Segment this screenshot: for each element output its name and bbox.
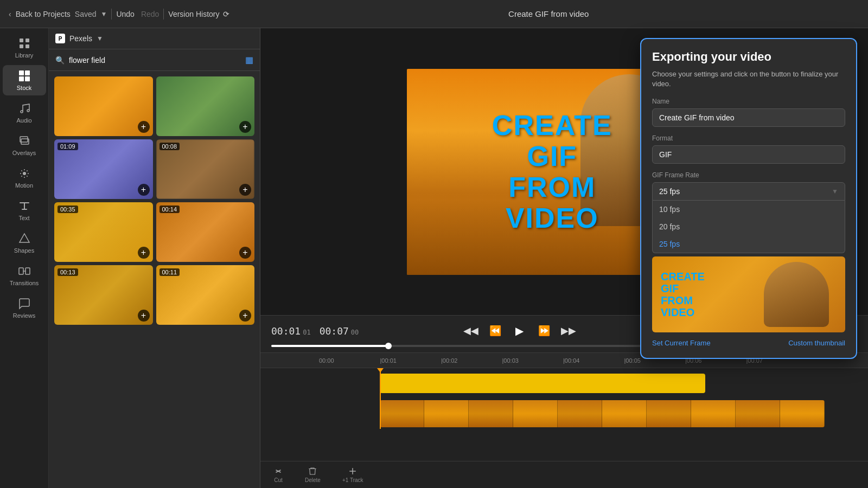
thumb-add-btn-3[interactable]: +	[138, 184, 150, 196]
sidebar-item-audio[interactable]: Audio	[3, 98, 46, 128]
custom-thumbnail-button[interactable]: Custom thumbnail	[788, 339, 845, 347]
ruler-mark-0: 00:00	[319, 357, 380, 364]
rewind-button[interactable]: ⏪	[487, 323, 503, 339]
sidebar-item-motion[interactable]: Motion	[3, 163, 46, 193]
media-thumb-5[interactable]: 00:35 +	[54, 202, 153, 262]
library-icon	[18, 37, 31, 50]
search-input[interactable]	[69, 56, 241, 65]
sidebar-item-library[interactable]: Library	[3, 33, 46, 63]
ruler-mark-3: |00:03	[502, 357, 564, 364]
export-format-input[interactable]	[652, 145, 845, 164]
svg-rect-7	[25, 76, 30, 81]
media-thumb-7[interactable]: 00:13 +	[54, 265, 153, 325]
delete-tool-button[interactable]: Delete	[301, 464, 325, 485]
skip-end-button[interactable]: ▶▶	[559, 323, 578, 339]
back-to-projects-button[interactable]: Back to Projects	[16, 10, 71, 18]
media-thumb-1[interactable]: +	[54, 76, 153, 136]
sidebar: Library Stock Audio Overlays Motion Text	[0, 28, 49, 488]
delete-tool-label: Delete	[305, 477, 321, 483]
fast-forward-button[interactable]: ⏩	[536, 323, 552, 339]
filter-icon[interactable]: ▦	[245, 55, 253, 65]
media-thumb-3[interactable]: 01:09 +	[54, 139, 153, 199]
cut-icon	[273, 466, 283, 476]
media-thumb-4[interactable]: 00:08 +	[156, 139, 255, 199]
sidebar-item-stock[interactable]: Stock	[3, 65, 46, 95]
svg-rect-6	[19, 76, 24, 81]
fps-options-list: 10 fps 20 fps 25 fps	[652, 201, 845, 253]
thumb-text-4: VIDEO	[661, 306, 705, 318]
svg-point-10	[23, 172, 26, 175]
sidebar-label-overlays: Overlays	[12, 150, 36, 156]
svg-rect-2	[20, 44, 23, 48]
skip-start-button[interactable]: ◀◀	[461, 323, 481, 339]
fps-selected-display[interactable]: 25 fps ▼	[652, 182, 845, 201]
thumb-text-3: FROM	[661, 294, 705, 306]
thumb-add-btn-2[interactable]: +	[239, 121, 251, 133]
fps-dropdown-chevron: ▼	[832, 188, 838, 195]
track-content-video	[315, 399, 868, 429]
add-track-tool-label: +1 Track	[342, 477, 363, 483]
delete-icon	[308, 466, 317, 476]
export-panel: Exporting your video Choose your setting…	[640, 38, 857, 359]
media-thumb-2[interactable]: +	[156, 76, 255, 136]
fps-option-10[interactable]: 10 fps	[653, 201, 845, 218]
thumb-duration-5: 00:35	[58, 206, 78, 213]
film-strip[interactable]	[380, 400, 825, 427]
sidebar-label-transitions: Transitions	[10, 280, 39, 286]
transitions-icon	[18, 265, 31, 278]
saved-dropdown-icon[interactable]: ▼	[101, 10, 107, 18]
sidebar-item-overlays[interactable]: Overlays	[3, 130, 46, 160]
thumbnail-bg: CREATE GIF FROM VIDEO	[652, 256, 845, 332]
sidebar-label-stock: Stock	[17, 85, 32, 91]
film-frame-4	[513, 400, 558, 427]
undo-button[interactable]: Undo	[116, 10, 134, 18]
thumb-add-btn-7[interactable]: +	[138, 310, 150, 322]
media-thumb-8[interactable]: 00:11 +	[156, 265, 255, 325]
film-frame-6	[602, 400, 647, 427]
thumb-add-btn-5[interactable]: +	[138, 247, 150, 259]
thumb-add-btn-4[interactable]: +	[239, 184, 251, 196]
thumbnail-text-overlay: CREATE GIF FROM VIDEO	[661, 271, 705, 318]
film-frame-5	[558, 400, 602, 427]
redo-button[interactable]: Redo	[141, 10, 159, 18]
cut-tool-label: Cut	[274, 477, 283, 483]
thumb-add-btn-1[interactable]: +	[138, 121, 150, 133]
add-track-tool-button[interactable]: +1 Track	[338, 464, 368, 485]
version-history-label: Version History	[168, 10, 219, 18]
sidebar-item-shapes[interactable]: Shapes	[3, 228, 46, 258]
svg-rect-1	[25, 38, 29, 42]
film-frame-3	[469, 400, 513, 427]
timeline-area: 00:00 |00:01 |00:02 |00:03 |00:04 |00:05…	[260, 352, 868, 461]
sidebar-item-text[interactable]: Text	[3, 195, 46, 226]
thumb-add-btn-8[interactable]: +	[239, 310, 251, 322]
sidebar-item-transitions[interactable]: Transitions	[3, 260, 46, 291]
sidebar-label-shapes: Shapes	[14, 247, 34, 254]
overlays-icon	[18, 134, 31, 147]
timeline-playhead[interactable]	[380, 368, 381, 429]
film-frame-2	[424, 400, 469, 427]
set-current-frame-button[interactable]: Set Current Frame	[652, 339, 711, 347]
search-bar: 🔍 ▦	[49, 49, 260, 71]
version-history-button[interactable]: Version History ⟳	[168, 10, 229, 18]
play-button[interactable]: ▶	[510, 321, 529, 341]
thumb-duration-6: 00:14	[159, 206, 180, 213]
timeline-playhead-top	[377, 368, 384, 373]
total-time-display: 00:07 00	[320, 325, 359, 337]
top-bar: ‹ Back to Projects Saved ▼ Undo Redo Ver…	[0, 0, 868, 28]
cut-tool-button[interactable]: Cut	[269, 464, 288, 485]
export-name-input[interactable]	[652, 108, 845, 127]
svg-rect-4	[19, 70, 24, 75]
film-frame-7	[647, 400, 691, 427]
motion-icon	[18, 167, 31, 180]
media-grid: + + 01:09 + 00:08 + 00:35	[49, 71, 260, 330]
thumb-add-btn-6[interactable]: +	[239, 247, 251, 259]
fps-option-25[interactable]: 25 fps	[653, 235, 845, 253]
stock-dropdown-icon[interactable]: ▼	[97, 35, 103, 42]
yellow-title-bar[interactable]	[380, 374, 705, 393]
fps-option-20[interactable]: 20 fps	[653, 218, 845, 235]
sidebar-label-motion: Motion	[15, 182, 33, 189]
total-frame: 00	[351, 329, 359, 336]
media-thumb-6[interactable]: 00:14 +	[156, 202, 255, 262]
sidebar-item-reviews[interactable]: Reviews	[3, 293, 46, 323]
sidebar-label-text: Text	[18, 215, 29, 221]
